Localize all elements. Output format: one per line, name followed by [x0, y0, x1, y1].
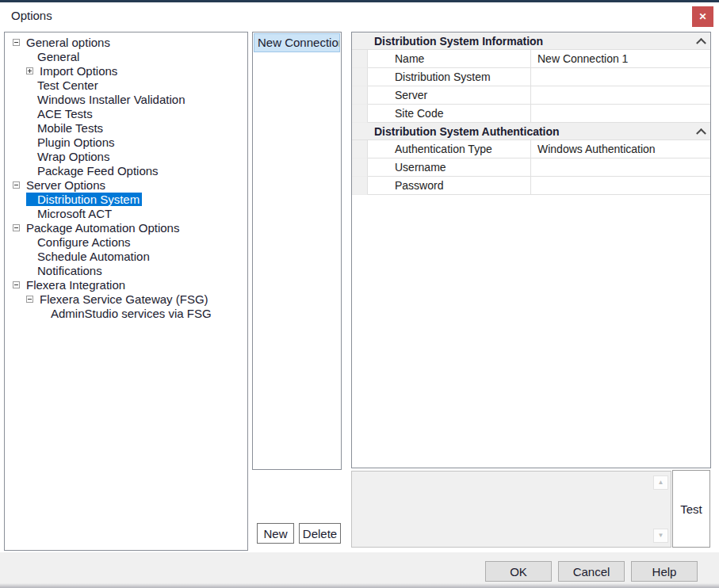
tree-item-label: General [26, 50, 82, 63]
scroll-up-button[interactable]: ▲ [653, 475, 668, 490]
close-icon: ✕ [698, 12, 706, 21]
collapse-box-icon[interactable] [26, 296, 33, 303]
row-gutter [352, 177, 368, 195]
property-value-field[interactable] [531, 86, 710, 105]
section-title: Distribution System Authentication [352, 125, 691, 138]
property-value-field[interactable]: New Connection 1 [531, 50, 710, 68]
tree-item-wrap-options[interactable]: Wrap Options [5, 149, 247, 163]
property-row-server: Server [352, 86, 710, 105]
tree-item-label: Distribution System [26, 193, 142, 206]
property-value-field[interactable]: Windows Authentication [531, 140, 710, 158]
scroll-down-button[interactable]: ▼ [653, 529, 668, 543]
property-grid: Distribution System InformationNameNew C… [351, 32, 711, 468]
tree-item-windows-installer-validation[interactable]: Windows Installer Validation [5, 92, 247, 106]
property-label: Authentication Type [368, 140, 531, 158]
tree-item-package-automation-options[interactable]: Package Automation Options [5, 220, 247, 235]
expand-box-icon[interactable] [26, 67, 33, 74]
options-tree: General optionsGeneralImport OptionsTest… [4, 32, 248, 551]
window-top-border [0, 0, 719, 2]
footer-bar: OK Cancel Help [0, 552, 719, 588]
triangle-down-icon: ▼ [658, 533, 664, 539]
tree-item-label: Notifications [26, 264, 105, 277]
tree-item-label: Configure Actions [26, 235, 133, 249]
tree-item-label: Flexera Integration [24, 278, 128, 292]
triangle-up-icon: ▲ [658, 479, 664, 486]
tree-item-label: Schedule Automation [26, 250, 152, 263]
chevron-up-icon [696, 38, 706, 48]
tree-item-label: Plugin Options [26, 136, 117, 149]
ok-button[interactable]: OK [485, 561, 552, 582]
tree-item-label: Import Options [37, 64, 120, 78]
delete-button[interactable]: Delete [299, 523, 341, 544]
property-label: Site Code [368, 105, 531, 123]
tree-item-label: AdminStudio services via FSG [40, 307, 214, 320]
tree-item-label: Package Feed Options [26, 164, 161, 178]
property-row-site-code: Site Code [352, 105, 710, 123]
property-value-field[interactable] [531, 177, 710, 195]
tree-item-label: Microsoft ACT [26, 207, 114, 220]
property-label: Server [368, 86, 531, 105]
tree-item-import-options[interactable]: Import Options [5, 63, 247, 78]
tree-item-server-options[interactable]: Server Options [5, 178, 247, 192]
window-title: Options [11, 9, 52, 22]
section-title: Distribution System Information [352, 35, 691, 48]
collapse-box-icon[interactable] [13, 224, 20, 231]
property-value-field[interactable] [531, 68, 710, 86]
tree-item-mobile-tests[interactable]: Mobile Tests [5, 120, 247, 135]
section-header-distribution-system-authentication: Distribution System Authentication [352, 123, 710, 140]
property-row-authentication-type: Authentication TypeWindows Authenticatio… [352, 140, 710, 158]
tree-item-general-options[interactable]: General options [5, 35, 247, 49]
row-gutter [352, 158, 368, 177]
row-gutter [352, 140, 368, 158]
connections-list: New Connection 1 [252, 32, 342, 470]
collapse-section-button[interactable] [691, 123, 710, 140]
tree-item-label: Wrap Options [26, 150, 112, 163]
collapse-box-icon[interactable] [13, 181, 20, 189]
tree-item-distribution-system[interactable]: Distribution System [5, 192, 247, 206]
tree-item-package-feed-options[interactable]: Package Feed Options [5, 163, 247, 178]
list-item-new-connection-1[interactable]: New Connection 1 [254, 33, 340, 52]
tree-item-flexera-integration[interactable]: Flexera Integration [5, 277, 247, 292]
tree-item-configure-actions[interactable]: Configure Actions [5, 235, 247, 249]
row-gutter [352, 86, 368, 105]
tree-item-microsoft-act[interactable]: Microsoft ACT [5, 206, 247, 220]
chevron-up-icon [696, 128, 706, 139]
tree-item-notifications[interactable]: Notifications [5, 263, 247, 277]
section-header-distribution-system-information: Distribution System Information [352, 32, 710, 50]
row-gutter [352, 50, 368, 68]
collapse-section-button[interactable] [691, 32, 710, 50]
tree-item-plugin-options[interactable]: Plugin Options [5, 135, 247, 149]
tree-item-label: Test Center [26, 78, 101, 92]
property-value-field[interactable] [531, 105, 710, 123]
property-label: Username [368, 158, 531, 177]
tree-item-flexera-service-gateway-fsg[interactable]: Flexera Service Gateway (FSG) [5, 292, 247, 306]
collapse-box-icon[interactable] [13, 281, 20, 288]
tree-item-label: Windows Installer Validation [26, 93, 187, 106]
tree-item-test-center[interactable]: Test Center [5, 78, 247, 92]
cancel-button[interactable]: Cancel [558, 561, 625, 582]
property-row-distribution-system: Distribution System [352, 68, 710, 86]
help-button[interactable]: Help [631, 561, 698, 582]
tree-item-label: ACE Tests [26, 107, 95, 120]
tree-item-general[interactable]: General [5, 49, 247, 63]
tree-item-label: Flexera Service Gateway (FSG) [37, 292, 211, 306]
tree-item-label: General options [24, 36, 113, 49]
row-gutter [352, 68, 368, 86]
property-row-username: Username [352, 158, 710, 177]
row-gutter [352, 105, 368, 123]
property-label: Name [368, 50, 531, 68]
new-button[interactable]: New [257, 523, 294, 544]
tree-item-label: Server Options [24, 178, 108, 192]
tree-item-schedule-automation[interactable]: Schedule Automation [5, 249, 247, 263]
property-row-password: Password [352, 177, 710, 195]
test-result-box: ▲ ▼ [351, 471, 671, 548]
tree-item-adminstudio-services-via-fsg[interactable]: AdminStudio services via FSG [5, 306, 247, 320]
property-row-name: NameNew Connection 1 [352, 50, 710, 68]
close-button[interactable]: ✕ [692, 6, 713, 27]
test-button[interactable]: Test [672, 470, 710, 548]
property-label: Distribution System [368, 68, 531, 86]
property-label: Password [368, 177, 531, 195]
tree-item-ace-tests[interactable]: ACE Tests [5, 106, 247, 120]
collapse-box-icon[interactable] [13, 39, 20, 46]
property-value-field[interactable] [531, 158, 710, 177]
